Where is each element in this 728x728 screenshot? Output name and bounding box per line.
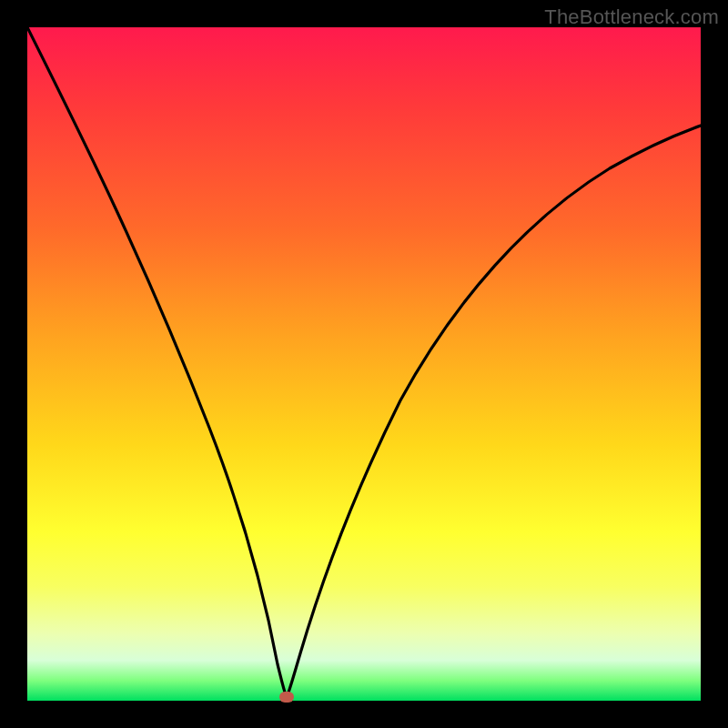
chart-frame: TheBottleneck.com: [0, 0, 728, 728]
bottleneck-curve-path: [27, 27, 701, 697]
minimum-marker: [279, 692, 294, 703]
watermark-text: TheBottleneck.com: [544, 5, 719, 29]
curve-svg: [27, 27, 701, 701]
